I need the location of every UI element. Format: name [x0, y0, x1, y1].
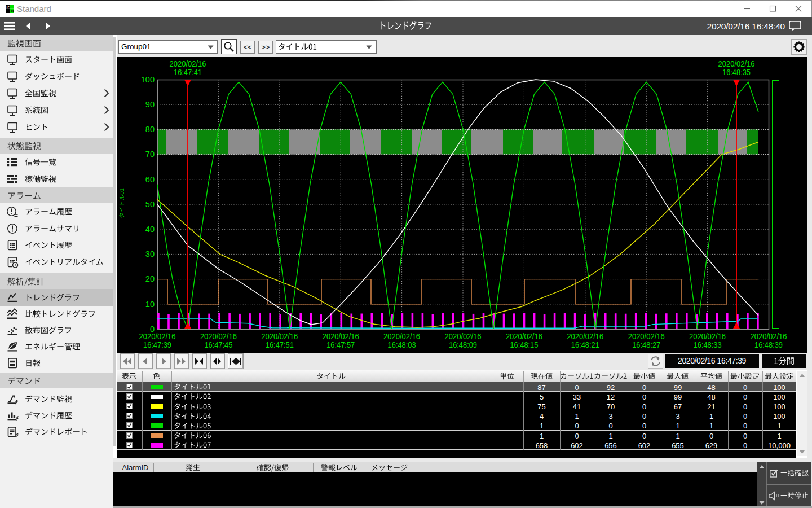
svg-text:100: 100	[141, 75, 155, 84]
svg-text:2020/02/16: 2020/02/16	[445, 332, 482, 341]
svg-text:70: 70	[145, 150, 155, 159]
svg-text:16:47:51: 16:47:51	[266, 340, 294, 349]
svg-text:16:48:33: 16:48:33	[694, 340, 722, 349]
svg-text:40: 40	[145, 225, 155, 234]
svg-text:30: 30	[145, 249, 155, 259]
svg-text:2020/02/16: 2020/02/16	[383, 332, 420, 341]
svg-text:B: B	[11, 8, 14, 13]
svg-text:16:47:41: 16:47:41	[174, 68, 202, 77]
svg-text:2020/02/16: 2020/02/16	[261, 332, 298, 341]
svg-text:16:48:39: 16:48:39	[754, 340, 783, 349]
svg-text:2020/02/16: 2020/02/16	[628, 332, 665, 341]
svg-text:16:47:39: 16:47:39	[143, 340, 171, 349]
svg-text:80: 80	[145, 125, 155, 134]
svg-text:16:47:57: 16:47:57	[326, 340, 355, 349]
svg-text:16:48:35: 16:48:35	[722, 68, 751, 77]
svg-text:2020/02/16: 2020/02/16	[751, 332, 787, 341]
svg-text:2020/02/16: 2020/02/16	[506, 332, 542, 341]
svg-text:16:48:09: 16:48:09	[449, 340, 477, 349]
svg-text:2020/02/16: 2020/02/16	[170, 59, 206, 68]
svg-text:2020/02/16: 2020/02/16	[139, 332, 176, 341]
svg-text:2020/02/16: 2020/02/16	[200, 332, 237, 341]
svg-text:2020/02/16: 2020/02/16	[567, 332, 603, 341]
svg-text:20: 20	[145, 274, 155, 283]
svg-text:P: P	[6, 5, 9, 10]
svg-text:2020/02/16: 2020/02/16	[718, 59, 755, 68]
svg-text:50: 50	[145, 200, 155, 209]
svg-text:16:48:27: 16:48:27	[632, 340, 660, 349]
svg-text:16:48:03: 16:48:03	[388, 340, 416, 349]
svg-text:60: 60	[145, 175, 155, 184]
svg-text:2020/02/16: 2020/02/16	[323, 332, 359, 341]
svg-text:10: 10	[145, 300, 155, 309]
svg-text:16:48:21: 16:48:21	[571, 340, 599, 349]
svg-text:2020/02/16: 2020/02/16	[689, 332, 726, 341]
svg-text:16:47:45: 16:47:45	[204, 340, 232, 349]
svg-text:90: 90	[145, 100, 155, 109]
svg-text:16:48:15: 16:48:15	[510, 340, 538, 349]
